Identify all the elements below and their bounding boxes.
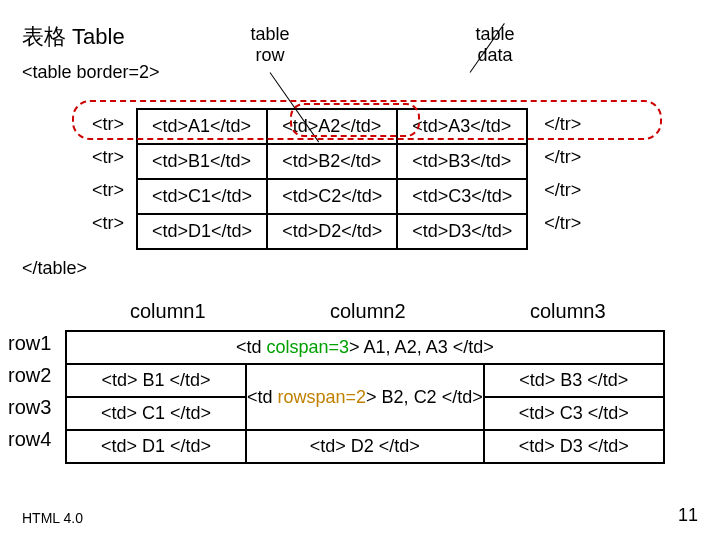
tr-open: <tr> bbox=[82, 141, 134, 174]
cell: <td> D1 </td> bbox=[66, 430, 246, 463]
cell-colspan: <td colspan=3> A1, A2, A3 </td> bbox=[66, 331, 664, 364]
cell: <td> C1 </td> bbox=[66, 397, 246, 430]
column-header: column2 bbox=[330, 300, 406, 323]
cell: <td>B1</td> bbox=[137, 144, 267, 179]
column-header: column3 bbox=[530, 300, 606, 323]
cell: <td>C3</td> bbox=[397, 179, 527, 214]
cell: <td>C2</td> bbox=[267, 179, 397, 214]
tr-close: </tr> bbox=[530, 174, 591, 207]
cell: <td>C1</td> bbox=[137, 179, 267, 214]
callout-table-row: table row bbox=[235, 24, 305, 66]
tr-open: <tr> bbox=[82, 174, 134, 207]
cell: <td> B1 </td> bbox=[66, 364, 246, 397]
table-row: <td>C1</td> <td>C2</td> <td>C3</td> bbox=[137, 179, 527, 214]
attr-colspan: colspan=3 bbox=[267, 337, 350, 357]
row-label: row3 bbox=[8, 396, 51, 419]
table-row: <td colspan=3> A1, A2, A3 </td> bbox=[66, 331, 664, 364]
tr-open: <tr> bbox=[82, 207, 134, 240]
page-number: 11 bbox=[678, 505, 698, 526]
table-row: <td> B1 </td> <td rowspan=2> B2, C2 </td… bbox=[66, 364, 664, 397]
cell: <td> B3 </td> bbox=[484, 364, 664, 397]
cell: <td>D1</td> bbox=[137, 214, 267, 249]
column-header: column1 bbox=[130, 300, 206, 323]
example2-table: <td colspan=3> A1, A2, A3 </td> <td> B1 … bbox=[65, 330, 665, 464]
row-label: row2 bbox=[8, 364, 51, 387]
tr-close: </tr> bbox=[530, 207, 591, 240]
callout-table-data: table data bbox=[460, 24, 530, 66]
table-row: <td>D1</td> <td>D2</td> <td>D3</td> bbox=[137, 214, 527, 249]
tr-close: </tr> bbox=[530, 141, 591, 174]
row-label: row1 bbox=[8, 332, 51, 355]
cell: <td>B3</td> bbox=[397, 144, 527, 179]
attr-rowspan: rowspan=2 bbox=[278, 387, 367, 407]
table-row: <td> D1 </td> <td> D2 </td> <td> D3 </td… bbox=[66, 430, 664, 463]
slide: 表格 Table <table border=2> table row tabl… bbox=[0, 0, 720, 540]
cell: <td> C3 </td> bbox=[484, 397, 664, 430]
cell: <td>B2</td> bbox=[267, 144, 397, 179]
code-table-close: </table> bbox=[22, 258, 87, 279]
example2: <td colspan=3> A1, A2, A3 </td> <td> B1 … bbox=[65, 330, 665, 464]
code-table-open: <table border=2> bbox=[22, 62, 160, 83]
highlight-cell-td bbox=[290, 103, 420, 137]
table-row: <td>B1</td> <td>B2</td> <td>B3</td> bbox=[137, 144, 527, 179]
cell: <td>D3</td> bbox=[397, 214, 527, 249]
cell: <td>D2</td> bbox=[267, 214, 397, 249]
cell: <td> D2 </td> bbox=[246, 430, 484, 463]
footer-left: HTML 4.0 bbox=[22, 510, 83, 526]
page-title: 表格 Table bbox=[22, 22, 125, 52]
cell-rowspan: <td rowspan=2> B2, C2 </td> bbox=[246, 364, 484, 430]
row-label: row4 bbox=[8, 428, 51, 451]
cell: <td> D3 </td> bbox=[484, 430, 664, 463]
